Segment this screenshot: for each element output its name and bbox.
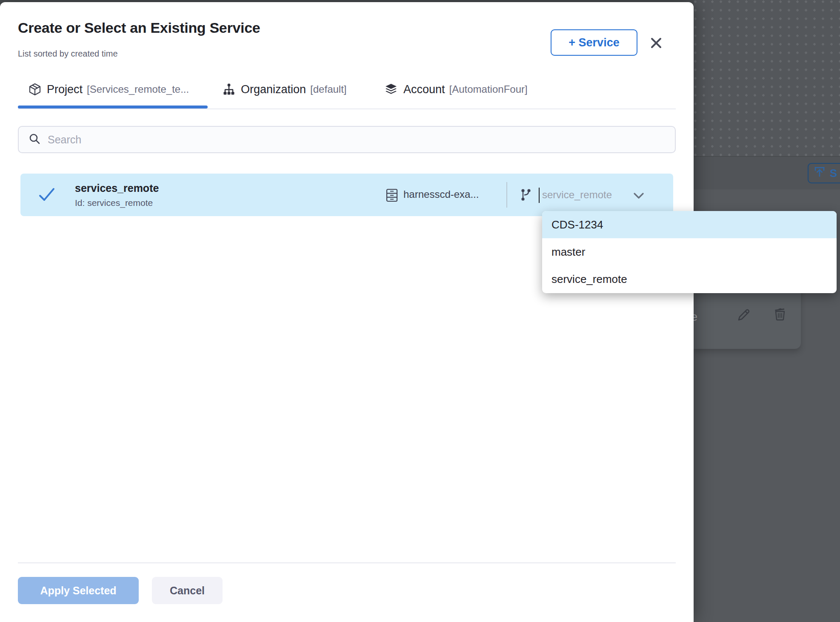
service-name: services_remote xyxy=(75,182,159,194)
chevron-down-icon[interactable] xyxy=(633,192,644,201)
save-sync-button[interactable]: S xyxy=(808,163,840,183)
pipeline-canvas-background xyxy=(694,0,840,157)
row-divider xyxy=(506,182,507,208)
close-icon xyxy=(649,36,663,51)
close-button[interactable] xyxy=(646,34,666,54)
branch-option[interactable]: master xyxy=(542,238,837,265)
tab-account-scope: [AutomationFour] xyxy=(449,83,528,95)
new-service-button-label: + Service xyxy=(569,36,619,49)
service-list-item[interactable]: services_remote Id: services_remote harn… xyxy=(20,174,673,216)
edit-pencil-icon[interactable] xyxy=(735,307,751,323)
apply-selected-button[interactable]: Apply Selected xyxy=(18,577,139,604)
tab-organization-label: Organization xyxy=(241,83,306,96)
tab-account[interactable]: Account [AutomationFour] xyxy=(384,79,528,100)
branch-dropdown-menu: CDS-1234 master service_remote xyxy=(542,211,837,293)
repository-name: harnesscd-exa... xyxy=(403,188,479,200)
search-input[interactable] xyxy=(48,134,643,146)
tab-project[interactable]: Project [Services_remote_te... xyxy=(28,79,189,100)
branch-option[interactable]: service_remote xyxy=(542,265,837,293)
tab-organization[interactable]: Organization [default] xyxy=(222,79,347,100)
footer-divider xyxy=(18,562,676,563)
service-select-modal: Create or Select an Existing Service Lis… xyxy=(0,2,694,622)
text-caret xyxy=(539,188,540,203)
page-title: Create or Select an Existing Service xyxy=(18,18,260,37)
tab-project-scope: [Services_remote_te... xyxy=(87,83,189,95)
org-chart-icon xyxy=(222,83,236,96)
service-id: Id: services_remote xyxy=(75,198,153,208)
tab-account-label: Account xyxy=(403,83,445,96)
branch-option[interactable]: CDS-1234 xyxy=(542,211,837,238)
sync-button-label: S xyxy=(830,167,837,180)
upload-icon xyxy=(814,166,826,181)
search-icon xyxy=(28,132,41,147)
git-branch-icon xyxy=(519,188,533,203)
new-service-button[interactable]: + Service xyxy=(551,29,637,56)
screen: S e Create or Select an Existing Service… xyxy=(0,0,840,622)
tab-organization-scope: [default] xyxy=(310,83,346,95)
repository-icon xyxy=(385,188,399,205)
delete-trash-icon[interactable] xyxy=(772,306,788,322)
tabs-divider xyxy=(18,108,676,109)
tab-project-label: Project xyxy=(47,83,83,96)
layers-icon xyxy=(384,82,398,97)
cube-icon xyxy=(28,83,42,96)
branch-input[interactable]: service_remote xyxy=(542,189,612,201)
cancel-button[interactable]: Cancel xyxy=(152,577,223,604)
selected-check-icon xyxy=(38,187,55,203)
active-tab-underline xyxy=(18,106,208,108)
search-box[interactable] xyxy=(18,126,676,153)
page-subtitle: List sorted by created time xyxy=(18,49,118,59)
